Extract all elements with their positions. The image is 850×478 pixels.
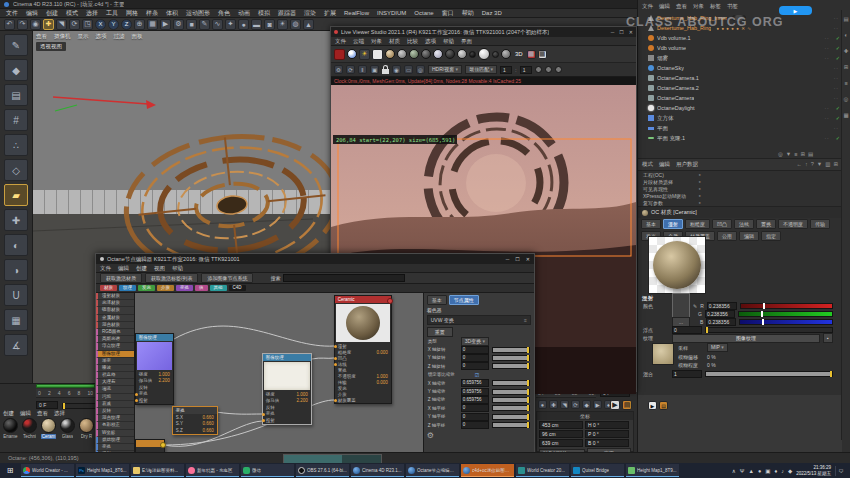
material-tab[interactable]: 凹凸 [712, 219, 732, 229]
solo-hierarchy-icon[interactable]: ◑ [4, 259, 28, 281]
material-preset-sphere[interactable] [492, 51, 499, 58]
menu-item[interactable]: 动画 [238, 9, 250, 18]
x-axis-lock-icon[interactable]: X [95, 19, 106, 30]
viewport-menu-item[interactable]: 过滤 [114, 33, 125, 40]
taskbar-item[interactable]: 新年特惠 - 充电区 [186, 464, 239, 477]
row-value-field[interactable]: 0 [461, 354, 489, 362]
color-swatch[interactable] [672, 293, 690, 319]
ne-minimize-icon[interactable]: ─ [506, 256, 510, 262]
menu-item[interactable]: 跟踪器 [278, 9, 296, 18]
lv-menu-item[interactable]: 界面 [461, 38, 472, 45]
ne-menu-item[interactable]: 文件 [100, 265, 111, 272]
usb-tray-icon[interactable]: ♦ [774, 468, 777, 474]
ne-maximize-icon[interactable]: ☐ [515, 256, 519, 262]
object-row[interactable]: 立方体 ·· ✓ [638, 113, 842, 123]
row-slider[interactable] [492, 355, 530, 361]
tray-expand-icon[interactable]: ∧ [732, 468, 736, 474]
live-selection-icon[interactable]: ◉ [30, 19, 41, 30]
visibility-dots[interactable]: ·· [834, 95, 839, 101]
material-preset-sphere[interactable] [385, 49, 395, 59]
rotation-field[interactable]: B 0 ° [585, 439, 629, 447]
node-type-item[interactable]: 图像纹理 [96, 351, 134, 358]
ne-menu-item[interactable]: 创建 [136, 265, 147, 272]
material-preset-sphere[interactable] [501, 49, 511, 59]
node-canvas[interactable]: 图像纹理 强度 1.000 伽马值 2.200 反转 [135, 293, 423, 454]
g-slider[interactable] [738, 311, 833, 317]
menu-item[interactable]: 创建 [46, 9, 58, 18]
camera-icon[interactable]: ◙ [264, 19, 275, 30]
material-menu-item[interactable]: 选择 [54, 410, 65, 417]
rotation-field[interactable]: P 0 ° [585, 430, 629, 438]
panel-row[interactable]: X 轴缩放 0.659756 [427, 379, 531, 387]
grid-icon[interactable]: ⊞ [833, 161, 838, 168]
dock-add-icon[interactable]: ✚ [844, 48, 849, 54]
material-preset-sphere[interactable] [469, 51, 476, 58]
visibility-dots[interactable]: ·· [824, 115, 829, 121]
node-type-item[interactable]: 污垢 [96, 394, 134, 401]
model-mode-icon[interactable]: ◆ [4, 59, 28, 81]
object-row[interactable]: 烟雾 ·· ✓ [638, 53, 842, 63]
deformer-icon[interactable]: ● [238, 19, 249, 30]
warning-tray-icon[interactable]: ▲ [748, 468, 753, 474]
light-icon[interactable]: ☀ [277, 19, 288, 30]
notification-center-icon[interactable]: 🗨 [835, 466, 846, 476]
lv-maximize-icon[interactable]: ☐ [619, 29, 623, 35]
enabled-check-icon[interactable]: ✓ [836, 135, 840, 141]
reset-button[interactable]: 重置 [427, 327, 453, 337]
visibility-dots[interactable]: ·· [834, 15, 839, 21]
panel-row[interactable]: Z 轴缩放 0.659756 [427, 396, 531, 404]
material-preset-sphere[interactable] [445, 49, 455, 59]
panel-tab[interactable]: 基本 [427, 295, 447, 305]
gear-icon[interactable]: ⚙ [427, 431, 531, 440]
menu-item[interactable]: 工具 [106, 9, 118, 18]
material-thumbnail[interactable]: Dry R [78, 418, 95, 439]
ne-menu-item[interactable]: 帮助 [172, 265, 183, 272]
record-position-icon[interactable]: ✚ [549, 400, 558, 409]
taskbar-item[interactable]: World Creator 20... [516, 464, 569, 477]
lv-minimize-icon[interactable]: ─ [611, 29, 615, 35]
start-button[interactable]: ⊞ [0, 463, 20, 478]
node-row[interactable]: 投射 [136, 397, 173, 404]
lv-settings-icon[interactable]: ⚙ [334, 65, 343, 74]
enabled-check-icon[interactable]: ✓ [836, 35, 840, 41]
menu-item[interactable]: 模式 [66, 9, 78, 18]
menu-item[interactable]: Daz 3D [482, 10, 502, 16]
search-input[interactable] [283, 274, 405, 282]
lv-menu-item[interactable]: 文件 [335, 38, 346, 45]
row-value-field[interactable]: 0 [461, 421, 489, 429]
object-row[interactable]: Desertume_Hab_Ring_Inner ·· [638, 13, 842, 23]
node-type-item[interactable]: 反转 [96, 408, 134, 415]
lv-close-icon[interactable]: ✕ [629, 29, 633, 35]
ne-close-icon[interactable]: ✕ [526, 256, 530, 262]
panel-row[interactable]: Y 轴平移 0 [427, 413, 531, 421]
red-grid-icon[interactable]: ▦ [527, 50, 536, 59]
material-preset-sphere[interactable] [478, 48, 490, 60]
ratio-a-field[interactable]: 1 [500, 66, 512, 74]
play-panel-icon[interactable]: ▶ [648, 401, 657, 410]
node-type-item[interactable]: 色彩校正 [96, 422, 134, 429]
lv-menu-item[interactable]: 选项 [425, 38, 436, 45]
mix-slider[interactable] [705, 371, 833, 377]
dock-layout-icon[interactable]: ▤ [843, 16, 848, 22]
rotation-field[interactable]: H 0 ° [585, 421, 629, 429]
row-slider[interactable] [492, 414, 530, 420]
menu-item[interactable]: 网格 [126, 9, 138, 18]
viewport-menu-item[interactable]: 面板 [132, 33, 143, 40]
dock-search-icon[interactable]: ◎ [844, 96, 849, 102]
texture-thumbnail[interactable] [652, 343, 674, 365]
frame-start-field[interactable]: 0 F [36, 401, 58, 409]
fit-mode-dropdown[interactable]: 最佳匹配 [465, 65, 497, 74]
menu-item[interactable]: RealFlow [344, 10, 369, 16]
material-preset-sphere[interactable] [409, 49, 419, 59]
material-tab[interactable]: 法线 [734, 219, 754, 229]
ceramic-material-node[interactable]: Ceramic 漫射 粗糙度 0.000 [334, 295, 392, 404]
row-value-field[interactable]: 0 [461, 413, 489, 421]
node-title[interactable]: 变换 [173, 407, 217, 414]
panel-row[interactable]: Y 轴缩放 0.659756 [427, 387, 531, 395]
category-chip[interactable]: 介质 [157, 285, 174, 291]
taskbar-clock[interactable]: 21:36:29 2022/5/13 星期五 [796, 465, 831, 476]
render-picture-viewer-icon[interactable]: ▶ [160, 19, 171, 30]
up-icon[interactable]: ↑ [805, 161, 808, 168]
menu-item[interactable]: 样条 [146, 9, 158, 18]
taskbar-item[interactable]: Height Map1_8T6... [76, 464, 129, 477]
